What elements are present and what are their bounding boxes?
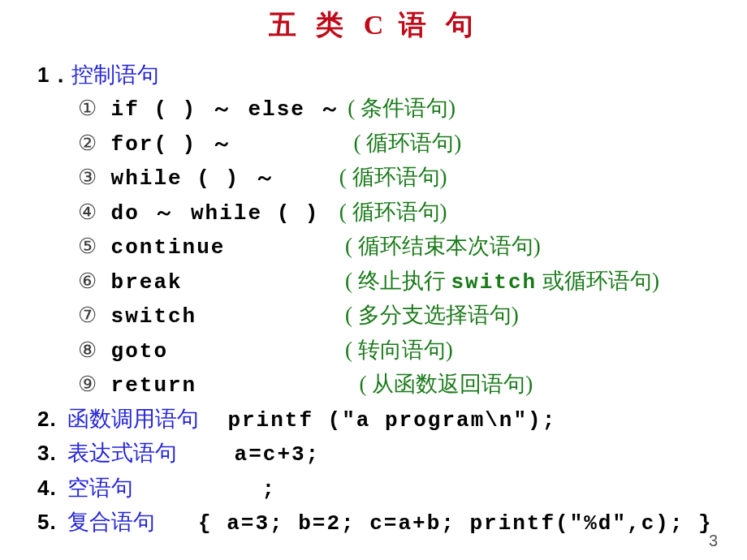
num-4: 4.	[37, 476, 57, 500]
section-4: 4. 空语句 ;	[37, 472, 715, 506]
label-expr: 表达式语句	[67, 441, 177, 465]
note-break-pre: ( 终止执行	[339, 269, 451, 293]
section-2: 2. 函数调用语句 printf ("a program\n");	[37, 403, 715, 437]
note-break: ( 终止执行 switch 或循环语句)	[339, 269, 659, 293]
item-5: ⑤ continue ( 循环结束本次语句)	[37, 230, 715, 265]
item-9: ⑨ return ( 从函数返回语句)	[37, 368, 715, 403]
circ-2: ②	[78, 131, 97, 155]
circ-8: ⑧	[78, 338, 97, 362]
num-2: 2.	[37, 407, 57, 431]
label-compound: 复合语句	[67, 510, 155, 534]
circ-4: ④	[78, 200, 97, 224]
circ-6: ⑥	[78, 269, 97, 293]
item-1: ① if ( ) ～ else ～ ( 条件语句)	[37, 92, 715, 127]
note-continue: ( 循环结束本次语句)	[339, 234, 540, 258]
code-dowhile: do ～ while ( )	[97, 201, 334, 226]
note-break-post: 或循环语句)	[537, 269, 659, 293]
note-switch: ( 多分支选择语句)	[339, 303, 518, 327]
note-break-mono: switch	[451, 270, 538, 295]
dot-1: ．	[50, 62, 71, 87]
circ-5: ⑤	[78, 235, 97, 258]
item-7: ⑦ switch ( 多分支选择语句)	[37, 299, 715, 334]
title-part2: 语 句	[385, 10, 480, 40]
num-5: 5.	[37, 510, 57, 534]
code-expr: a=c+3;	[177, 442, 320, 467]
slide-title: 五 类 C 语 句	[34, 6, 715, 44]
circ-9: ⑨	[78, 373, 97, 396]
code-goto: goto	[97, 339, 339, 364]
note-for: ( 循环语句)	[348, 131, 461, 155]
section-3: 3. 表达式语句 a=c+3;	[37, 437, 715, 472]
title-c: C	[364, 10, 386, 40]
item-4: ④ do ～ while ( ) ( 循环语句)	[37, 196, 715, 230]
code-switch: switch	[97, 304, 339, 329]
content: 1．控制语句 ① if ( ) ～ else ～ ( 条件语句) ② for( …	[34, 58, 715, 541]
item-2: ② for( ) ～ ( 循环语句)	[37, 127, 715, 162]
circ-1: ①	[78, 97, 97, 120]
code-continue: continue	[97, 235, 339, 260]
note-if: ( 条件语句)	[342, 96, 455, 120]
page-number: 3	[709, 532, 718, 550]
code-break: break	[97, 270, 339, 295]
code-printf: printf ("a program\n");	[199, 408, 556, 433]
circ-7: ⑦	[78, 304, 97, 327]
title-part1: 五 类	[269, 10, 364, 40]
item-8: ⑧ goto ( 转向语句)	[37, 334, 715, 368]
code-return: return	[97, 373, 354, 398]
label-control: 控制语句	[71, 62, 159, 87]
section-5: 5. 复合语句 { a=3; b=2; c=a+b; printf("%d",c…	[37, 506, 715, 541]
label-empty: 空语句	[67, 476, 133, 500]
num-1: 1	[37, 62, 50, 87]
code-while: while ( ) ～	[97, 166, 334, 191]
item-3: ③ while ( ) ～ ( 循环语句)	[37, 161, 715, 196]
item-6: ⑥ break ( 终止执行 switch 或循环语句)	[37, 265, 715, 299]
slide: 五 类 C 语 句 1．控制语句 ① if ( ) ～ else ～ ( 条件语…	[0, 0, 747, 547]
note-goto: ( 转向语句)	[339, 338, 452, 362]
num-3: 3.	[37, 441, 57, 465]
section-1-header: 1．控制语句	[37, 58, 715, 92]
code-empty: ;	[133, 477, 276, 502]
code-for: for( ) ～	[97, 132, 348, 157]
note-return: ( 从函数返回语句)	[354, 372, 533, 396]
code-compound: { a=3; b=2; c=a+b; printf("%d",c); }	[155, 511, 713, 536]
circ-3: ③	[78, 166, 97, 189]
note-while: ( 循环语句)	[334, 165, 447, 189]
code-if: if ( ) ～ else ～	[97, 97, 342, 122]
note-dowhile: ( 循环语句)	[334, 200, 447, 224]
label-funccall: 函数调用语句	[67, 407, 199, 431]
